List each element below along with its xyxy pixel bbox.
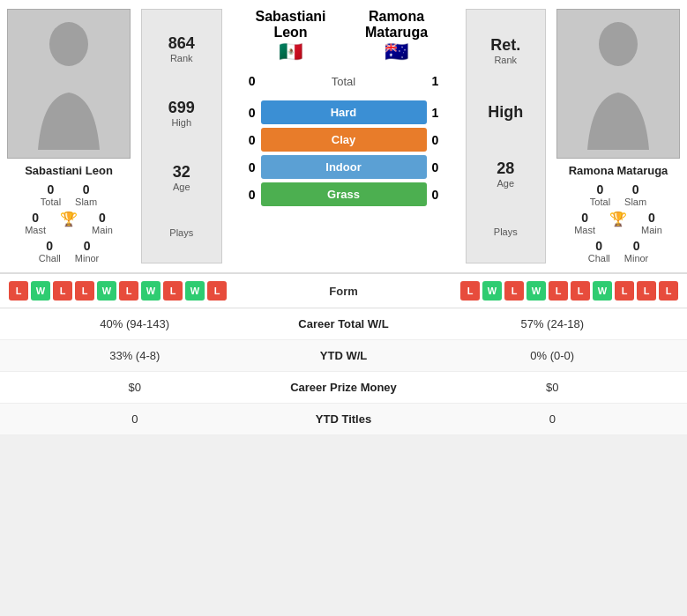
player2-center-stats: Ret. Rank High 28 Age Plays <box>466 9 547 263</box>
player1-center-stats: 864 Rank 699 High 32 Age Plays <box>141 9 222 263</box>
hard-score-left: 0 <box>229 106 256 120</box>
player2-stats-row2: 0 Mast 🏆 0 Main <box>574 211 662 235</box>
player2-stats-row1: 0 Total 0 Slam <box>590 182 646 207</box>
player2-main-value: 0 <box>648 211 655 225</box>
player1-chall-block: 0 Chall <box>39 239 61 263</box>
player2-flag: 🇦🇺 <box>344 41 450 63</box>
player1-total-block: 0 Total <box>41 182 61 207</box>
player1-stats-row1: 0 Total 0 Slam <box>41 182 97 207</box>
player1-block: Sabastiani Leon 0 Total 0 Slam 0 Mast 🏆 <box>0 9 138 263</box>
grass-score-right: 0 <box>432 188 459 202</box>
ytd-titles-label: YTD Titles <box>256 412 432 426</box>
clay-score-right: 0 <box>432 133 459 147</box>
player2-main-label: Main <box>641 225 662 235</box>
form-pill: W <box>593 281 612 301</box>
player1-chall-label: Chall <box>39 253 61 263</box>
player2-chall-label: Chall <box>588 253 610 263</box>
stats-table: 40% (94-143) Career Total W/L 57% (24-18… <box>0 308 687 435</box>
trophy2-icon: 🏆 <box>609 211 627 227</box>
svg-point-0 <box>49 22 88 66</box>
player1-minor-block: 0 Minor <box>75 239 100 263</box>
clay-button[interactable]: Clay <box>261 128 427 152</box>
ytd-wl-label: YTD W/L <box>256 349 432 362</box>
player2-stats-row3: 0 Chall 0 Minor <box>588 239 649 263</box>
player2-age-item: 28 Age <box>497 154 514 194</box>
top-section: Sabastiani Leon 0 Total 0 Slam 0 Mast 🏆 <box>0 0 687 273</box>
form-pill: L <box>75 281 94 301</box>
player2-slam-value: 0 <box>632 182 639 197</box>
form-label: Form <box>300 285 388 298</box>
player2-ytd-titles: 0 <box>432 412 674 426</box>
player2-slam-label: Slam <box>624 197 646 207</box>
player2-chall-block: 0 Chall <box>588 239 610 263</box>
player1-title: Sabastiani Leon <box>238 9 344 41</box>
form-pill: W <box>31 281 50 301</box>
player2-slam-block: 0 Slam <box>624 182 646 207</box>
player1-avatar <box>7 9 131 159</box>
indoor-score-right: 0 <box>432 160 459 174</box>
total-label: Total <box>261 75 427 88</box>
player1-stats-row3: 0 Chall 0 Minor <box>39 239 100 263</box>
grass-row: 0 Grass 0 <box>229 182 459 206</box>
player1-flag: 🇲🇽 <box>238 41 344 63</box>
player1-main-label: Main <box>92 225 113 235</box>
player1-rank-value: 864 <box>168 34 195 53</box>
form-pill: L <box>615 281 634 301</box>
trophy-icon-block: 🏆 <box>60 211 78 235</box>
hard-button[interactable]: Hard <box>261 100 427 124</box>
player1-ytd-wl: 33% (4-8) <box>14 349 256 362</box>
form-pill: W <box>482 281 502 301</box>
player2-ytd-wl: 0% (0-0) <box>432 349 674 362</box>
form-pill: L <box>163 281 183 301</box>
indoor-score-left: 0 <box>229 160 256 174</box>
player1-high-label: High <box>168 117 195 128</box>
player1-mast-value: 0 <box>32 211 39 225</box>
player2-rank-item: Ret. Rank <box>490 31 520 71</box>
indoor-button[interactable]: Indoor <box>261 155 427 179</box>
form-pill: L <box>504 281 524 301</box>
player2-chall-value: 0 <box>595 239 602 253</box>
player2-mast-block: 0 Mast <box>574 211 595 235</box>
form-pill: L <box>659 281 678 301</box>
match-center: Sabastiani Leon 🇲🇽 Ramona Mataruga 🇦🇺 0 … <box>226 9 462 263</box>
form-pill: L <box>119 281 138 301</box>
player2-age-value: 28 <box>497 160 514 178</box>
form-pill: L <box>9 281 28 301</box>
hard-row: 0 Hard 1 <box>229 100 459 124</box>
prize-label: Career Prize Money <box>256 381 432 394</box>
player1-ytd-titles: 0 <box>14 412 256 426</box>
player1-form-pills: LWLLWLWLWL <box>9 281 300 301</box>
player2-minor-value: 0 <box>633 239 640 253</box>
career-wl-label: Career Total W/L <box>256 317 432 330</box>
player1-main-value: 0 <box>99 211 106 225</box>
player2-total-label: Total <box>590 197 610 207</box>
clay-score-left: 0 <box>229 133 256 147</box>
player2-minor-block: 0 Minor <box>624 239 649 263</box>
form-pill: W <box>185 281 205 301</box>
clay-row: 0 Clay 0 <box>229 128 459 152</box>
player1-plays-label: Plays <box>169 227 193 238</box>
ytd-titles-row: 0 YTD Titles 0 <box>0 404 687 435</box>
player2-high-value: High <box>488 103 523 122</box>
player2-form-pills: LWLWLLWLLL <box>388 281 679 301</box>
surface-rows: 0 Hard 1 0 Clay 0 0 Indoor 0 0 Grass <box>229 100 459 206</box>
trophy2-icon-block: 🏆 <box>609 211 627 235</box>
form-pill: W <box>141 281 161 301</box>
player2-plays-item: Plays <box>494 221 518 242</box>
form-pill: L <box>549 281 568 301</box>
grass-button[interactable]: Grass <box>261 182 427 206</box>
form-pill: L <box>53 281 72 301</box>
hard-score-right: 1 <box>432 106 459 120</box>
player1-name: Sabastiani Leon <box>25 164 113 177</box>
player2-career-wl: 57% (24-18) <box>432 317 674 330</box>
player1-minor-value: 0 <box>84 239 91 253</box>
player1-slam-label: Slam <box>75 197 97 207</box>
player2-rank-label: Rank <box>490 55 520 65</box>
form-pill: L <box>637 281 656 301</box>
player1-main-block: 0 Main <box>92 211 113 235</box>
form-pill: W <box>526 281 546 301</box>
player2-rank-value: Ret. <box>490 36 520 55</box>
player1-high-item: 699 High <box>168 93 195 133</box>
ytd-wl-row: 33% (4-8) YTD W/L 0% (0-0) <box>0 340 687 372</box>
player2-block: Ramona Mataruga 0 Total 0 Slam 0 Mast 🏆 <box>549 9 687 263</box>
